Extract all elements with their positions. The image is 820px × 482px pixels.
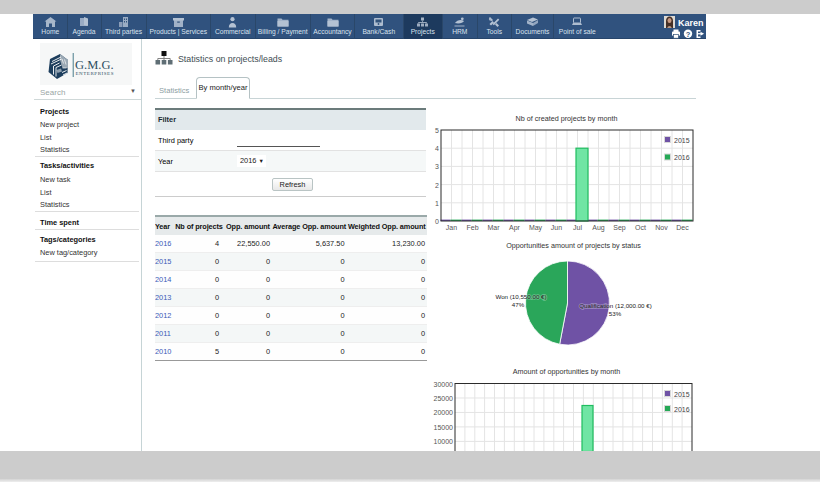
svg-text:1: 1 <box>435 200 439 207</box>
svg-text:2016: 2016 <box>674 406 690 413</box>
svg-text:Won (10,550.00 €): Won (10,550.00 €) <box>495 293 546 300</box>
svg-text:?: ? <box>686 30 691 39</box>
svg-text:Jun: Jun <box>551 224 562 231</box>
svg-text:Oct: Oct <box>635 224 646 231</box>
svg-text:0: 0 <box>435 218 439 225</box>
svg-text:25000: 25000 <box>434 395 454 402</box>
svg-text:Sep: Sep <box>613 224 626 232</box>
svg-text:2016: 2016 <box>674 154 690 161</box>
svg-text:47%: 47% <box>512 301 525 308</box>
svg-text:2015: 2015 <box>674 391 690 398</box>
svg-text:3: 3 <box>435 163 439 170</box>
svg-text:ENTERPRISES: ENTERPRISES <box>76 71 115 76</box>
svg-text:Jan: Jan <box>446 224 457 231</box>
svg-text:May: May <box>529 224 543 232</box>
svg-text:2015: 2015 <box>674 137 690 144</box>
svg-text:2: 2 <box>435 182 439 189</box>
svg-text:4: 4 <box>435 145 439 152</box>
svg-text:15000: 15000 <box>434 424 454 431</box>
svg-text:Nov: Nov <box>655 224 668 231</box>
svg-text:53%: 53% <box>609 310 622 317</box>
svg-text:Apr: Apr <box>509 224 521 232</box>
svg-text:Aug: Aug <box>592 224 605 232</box>
svg-text:Mar: Mar <box>487 224 500 231</box>
svg-text:Feb: Feb <box>466 224 478 231</box>
svg-text:Qualification (12,000.00 €): Qualification (12,000.00 €) <box>579 302 652 309</box>
svg-text:Dec: Dec <box>676 224 689 231</box>
svg-text:Jul: Jul <box>573 224 582 231</box>
svg-text:5: 5 <box>435 127 439 134</box>
svg-text:30000: 30000 <box>434 381 454 388</box>
svg-text:10000: 10000 <box>434 438 454 445</box>
svg-text:20000: 20000 <box>434 409 454 416</box>
